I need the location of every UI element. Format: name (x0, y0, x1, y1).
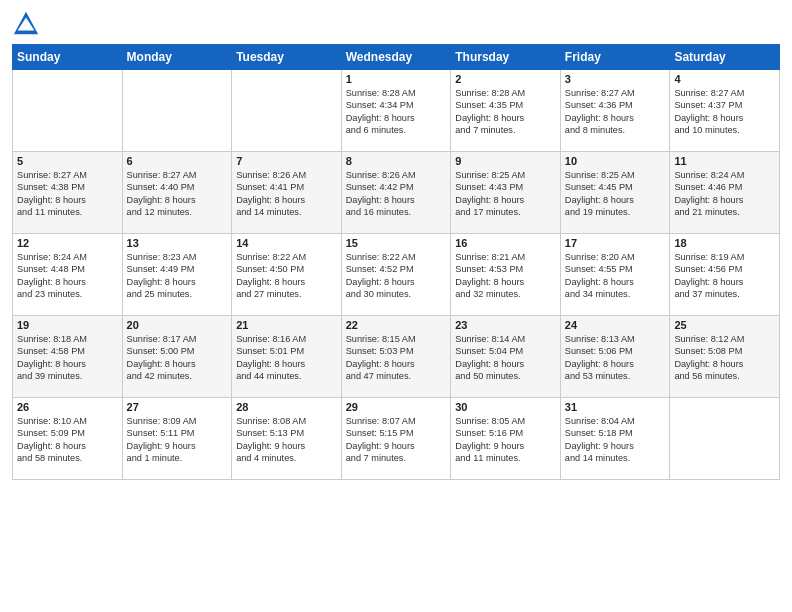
day-number: 26 (17, 401, 118, 413)
weekday-header: Monday (122, 45, 232, 70)
day-info: Sunrise: 8:27 AM Sunset: 4:36 PM Dayligh… (565, 87, 666, 137)
weekday-header: Tuesday (232, 45, 342, 70)
calendar-cell: 2Sunrise: 8:28 AM Sunset: 4:35 PM Daylig… (451, 70, 561, 152)
day-info: Sunrise: 8:21 AM Sunset: 4:53 PM Dayligh… (455, 251, 556, 301)
day-info: Sunrise: 8:24 AM Sunset: 4:46 PM Dayligh… (674, 169, 775, 219)
calendar-cell: 8Sunrise: 8:26 AM Sunset: 4:42 PM Daylig… (341, 152, 451, 234)
calendar-table: SundayMondayTuesdayWednesdayThursdayFrid… (12, 44, 780, 480)
day-info: Sunrise: 8:05 AM Sunset: 5:16 PM Dayligh… (455, 415, 556, 465)
day-number: 16 (455, 237, 556, 249)
day-info: Sunrise: 8:23 AM Sunset: 4:49 PM Dayligh… (127, 251, 228, 301)
day-number: 13 (127, 237, 228, 249)
day-number: 7 (236, 155, 337, 167)
week-row: 1Sunrise: 8:28 AM Sunset: 4:34 PM Daylig… (13, 70, 780, 152)
calendar-cell (232, 70, 342, 152)
day-info: Sunrise: 8:22 AM Sunset: 4:50 PM Dayligh… (236, 251, 337, 301)
calendar-cell: 11Sunrise: 8:24 AM Sunset: 4:46 PM Dayli… (670, 152, 780, 234)
day-info: Sunrise: 8:08 AM Sunset: 5:13 PM Dayligh… (236, 415, 337, 465)
day-number: 21 (236, 319, 337, 331)
day-info: Sunrise: 8:26 AM Sunset: 4:42 PM Dayligh… (346, 169, 447, 219)
day-number: 4 (674, 73, 775, 85)
calendar-cell: 19Sunrise: 8:18 AM Sunset: 4:58 PM Dayli… (13, 316, 123, 398)
day-number: 27 (127, 401, 228, 413)
calendar-cell: 18Sunrise: 8:19 AM Sunset: 4:56 PM Dayli… (670, 234, 780, 316)
day-info: Sunrise: 8:12 AM Sunset: 5:08 PM Dayligh… (674, 333, 775, 383)
calendar-cell: 6Sunrise: 8:27 AM Sunset: 4:40 PM Daylig… (122, 152, 232, 234)
day-info: Sunrise: 8:13 AM Sunset: 5:06 PM Dayligh… (565, 333, 666, 383)
day-number: 17 (565, 237, 666, 249)
day-number: 9 (455, 155, 556, 167)
day-info: Sunrise: 8:27 AM Sunset: 4:38 PM Dayligh… (17, 169, 118, 219)
weekday-header: Thursday (451, 45, 561, 70)
calendar-cell: 14Sunrise: 8:22 AM Sunset: 4:50 PM Dayli… (232, 234, 342, 316)
week-row: 12Sunrise: 8:24 AM Sunset: 4:48 PM Dayli… (13, 234, 780, 316)
day-number: 23 (455, 319, 556, 331)
calendar-cell: 26Sunrise: 8:10 AM Sunset: 5:09 PM Dayli… (13, 398, 123, 480)
day-number: 22 (346, 319, 447, 331)
logo-icon (12, 10, 40, 38)
day-number: 12 (17, 237, 118, 249)
day-number: 20 (127, 319, 228, 331)
calendar-cell: 1Sunrise: 8:28 AM Sunset: 4:34 PM Daylig… (341, 70, 451, 152)
day-number: 25 (674, 319, 775, 331)
day-info: Sunrise: 8:27 AM Sunset: 4:40 PM Dayligh… (127, 169, 228, 219)
day-number: 2 (455, 73, 556, 85)
calendar-cell: 25Sunrise: 8:12 AM Sunset: 5:08 PM Dayli… (670, 316, 780, 398)
day-info: Sunrise: 8:28 AM Sunset: 4:35 PM Dayligh… (455, 87, 556, 137)
calendar-cell: 15Sunrise: 8:22 AM Sunset: 4:52 PM Dayli… (341, 234, 451, 316)
calendar-cell: 23Sunrise: 8:14 AM Sunset: 5:04 PM Dayli… (451, 316, 561, 398)
calendar-cell: 12Sunrise: 8:24 AM Sunset: 4:48 PM Dayli… (13, 234, 123, 316)
calendar-cell (13, 70, 123, 152)
calendar-cell: 17Sunrise: 8:20 AM Sunset: 4:55 PM Dayli… (560, 234, 670, 316)
calendar-cell (670, 398, 780, 480)
calendar-cell: 29Sunrise: 8:07 AM Sunset: 5:15 PM Dayli… (341, 398, 451, 480)
day-info: Sunrise: 8:09 AM Sunset: 5:11 PM Dayligh… (127, 415, 228, 465)
day-info: Sunrise: 8:28 AM Sunset: 4:34 PM Dayligh… (346, 87, 447, 137)
day-number: 31 (565, 401, 666, 413)
day-number: 30 (455, 401, 556, 413)
day-info: Sunrise: 8:19 AM Sunset: 4:56 PM Dayligh… (674, 251, 775, 301)
day-info: Sunrise: 8:16 AM Sunset: 5:01 PM Dayligh… (236, 333, 337, 383)
day-number: 10 (565, 155, 666, 167)
day-number: 18 (674, 237, 775, 249)
day-info: Sunrise: 8:22 AM Sunset: 4:52 PM Dayligh… (346, 251, 447, 301)
day-number: 3 (565, 73, 666, 85)
day-info: Sunrise: 8:25 AM Sunset: 4:45 PM Dayligh… (565, 169, 666, 219)
header (12, 10, 780, 38)
day-info: Sunrise: 8:04 AM Sunset: 5:18 PM Dayligh… (565, 415, 666, 465)
weekday-header: Wednesday (341, 45, 451, 70)
day-info: Sunrise: 8:18 AM Sunset: 4:58 PM Dayligh… (17, 333, 118, 383)
calendar-cell: 27Sunrise: 8:09 AM Sunset: 5:11 PM Dayli… (122, 398, 232, 480)
weekday-header: Saturday (670, 45, 780, 70)
calendar-cell: 31Sunrise: 8:04 AM Sunset: 5:18 PM Dayli… (560, 398, 670, 480)
day-number: 11 (674, 155, 775, 167)
calendar-cell: 22Sunrise: 8:15 AM Sunset: 5:03 PM Dayli… (341, 316, 451, 398)
day-number: 28 (236, 401, 337, 413)
calendar-cell: 24Sunrise: 8:13 AM Sunset: 5:06 PM Dayli… (560, 316, 670, 398)
day-number: 19 (17, 319, 118, 331)
week-row: 19Sunrise: 8:18 AM Sunset: 4:58 PM Dayli… (13, 316, 780, 398)
day-info: Sunrise: 8:07 AM Sunset: 5:15 PM Dayligh… (346, 415, 447, 465)
calendar-cell: 5Sunrise: 8:27 AM Sunset: 4:38 PM Daylig… (13, 152, 123, 234)
day-number: 8 (346, 155, 447, 167)
day-number: 24 (565, 319, 666, 331)
day-number: 15 (346, 237, 447, 249)
day-info: Sunrise: 8:24 AM Sunset: 4:48 PM Dayligh… (17, 251, 118, 301)
calendar-cell: 13Sunrise: 8:23 AM Sunset: 4:49 PM Dayli… (122, 234, 232, 316)
calendar-cell: 9Sunrise: 8:25 AM Sunset: 4:43 PM Daylig… (451, 152, 561, 234)
calendar-cell: 3Sunrise: 8:27 AM Sunset: 4:36 PM Daylig… (560, 70, 670, 152)
day-number: 29 (346, 401, 447, 413)
weekday-header: Friday (560, 45, 670, 70)
page-container: SundayMondayTuesdayWednesdayThursdayFrid… (0, 0, 792, 612)
day-info: Sunrise: 8:17 AM Sunset: 5:00 PM Dayligh… (127, 333, 228, 383)
weekday-header: Sunday (13, 45, 123, 70)
calendar-cell: 16Sunrise: 8:21 AM Sunset: 4:53 PM Dayli… (451, 234, 561, 316)
weekday-header-row: SundayMondayTuesdayWednesdayThursdayFrid… (13, 45, 780, 70)
day-info: Sunrise: 8:27 AM Sunset: 4:37 PM Dayligh… (674, 87, 775, 137)
week-row: 26Sunrise: 8:10 AM Sunset: 5:09 PM Dayli… (13, 398, 780, 480)
calendar-cell: 4Sunrise: 8:27 AM Sunset: 4:37 PM Daylig… (670, 70, 780, 152)
day-info: Sunrise: 8:14 AM Sunset: 5:04 PM Dayligh… (455, 333, 556, 383)
week-row: 5Sunrise: 8:27 AM Sunset: 4:38 PM Daylig… (13, 152, 780, 234)
calendar-cell: 28Sunrise: 8:08 AM Sunset: 5:13 PM Dayli… (232, 398, 342, 480)
day-number: 6 (127, 155, 228, 167)
